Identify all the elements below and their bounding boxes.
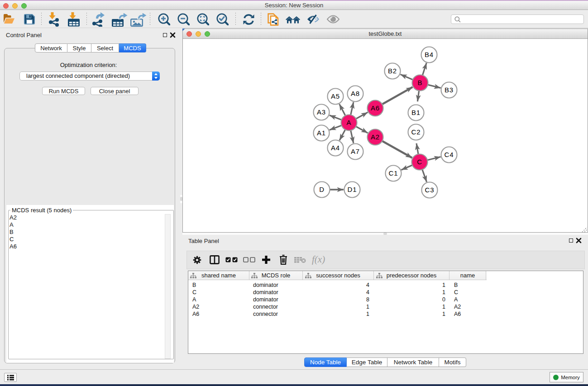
svg-text:A5: A5	[331, 92, 340, 100]
svg-text:A: A	[347, 119, 352, 126]
svg-text:C3: C3	[425, 186, 435, 194]
svg-text:B: B	[418, 79, 423, 86]
svg-text:A2: A2	[371, 133, 380, 141]
svg-text:B3: B3	[445, 86, 454, 94]
svg-text:A4: A4	[331, 144, 340, 152]
svg-text:B2: B2	[388, 67, 397, 75]
svg-text:C4: C4	[445, 151, 454, 158]
svg-text:B4: B4	[425, 51, 434, 58]
svg-text:A8: A8	[351, 90, 360, 97]
svg-text:D1: D1	[348, 186, 357, 193]
svg-text:C1: C1	[389, 169, 398, 177]
svg-text:D: D	[319, 186, 325, 193]
svg-text:A3: A3	[317, 108, 326, 116]
svg-text:A1: A1	[317, 129, 326, 137]
svg-text:C: C	[417, 158, 422, 166]
svg-text:C2: C2	[411, 128, 421, 136]
svg-text:B1: B1	[411, 109, 421, 116]
svg-text:A6: A6	[371, 104, 380, 112]
svg-text:A7: A7	[351, 148, 360, 155]
